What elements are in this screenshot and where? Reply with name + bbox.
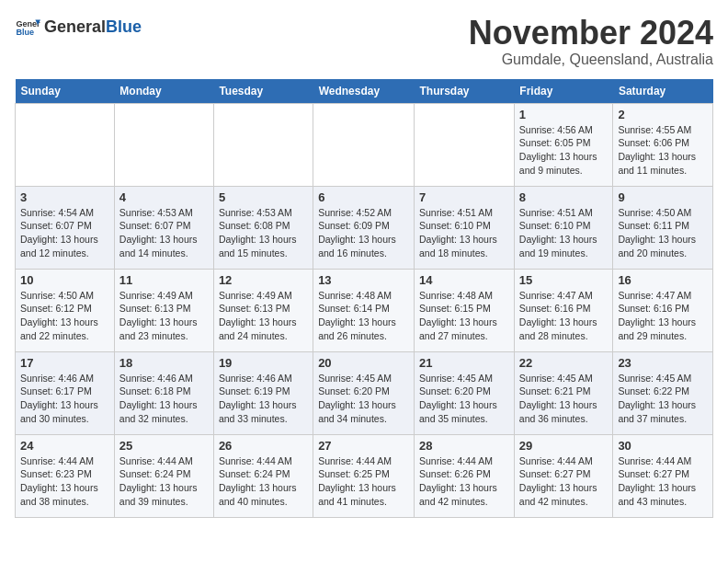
week-row-2: 3Sunrise: 4:54 AM Sunset: 6:07 PM Daylig… [16,186,713,269]
day-cell: 8Sunrise: 4:51 AM Sunset: 6:10 PM Daylig… [514,186,613,269]
day-cell: 24Sunrise: 4:44 AM Sunset: 6:23 PM Dayli… [16,434,115,517]
day-info: Sunrise: 4:49 AM Sunset: 6:13 PM Dayligh… [219,289,308,343]
day-number: 14 [419,273,509,287]
day-info: Sunrise: 4:52 AM Sunset: 6:09 PM Dayligh… [318,206,409,260]
day-info: Sunrise: 4:46 AM Sunset: 6:17 PM Dayligh… [20,372,109,426]
day-number: 17 [20,356,109,370]
day-info: Sunrise: 4:50 AM Sunset: 6:12 PM Dayligh… [20,289,109,343]
logo-blue-text: Blue [106,17,142,36]
day-info: Sunrise: 4:51 AM Sunset: 6:10 PM Dayligh… [419,206,509,260]
day-info: Sunrise: 4:44 AM Sunset: 6:25 PM Dayligh… [318,454,409,509]
day-number: 27 [318,439,409,453]
day-number: 26 [219,439,308,453]
day-number: 3 [20,190,109,204]
day-cell [114,103,213,186]
day-cell: 20Sunrise: 4:45 AM Sunset: 6:20 PM Dayli… [313,351,415,434]
day-info: Sunrise: 4:50 AM Sunset: 6:11 PM Dayligh… [618,206,708,260]
day-info: Sunrise: 4:45 AM Sunset: 6:20 PM Dayligh… [419,372,509,426]
day-cell: 26Sunrise: 4:44 AM Sunset: 6:24 PM Dayli… [213,434,313,517]
day-number: 7 [419,190,509,204]
weekday-header-tuesday: Tuesday [213,79,313,104]
day-number: 1 [519,108,609,121]
day-cell: 27Sunrise: 4:44 AM Sunset: 6:25 PM Dayli… [313,434,415,517]
day-number: 25 [119,439,209,453]
day-number: 19 [219,356,308,370]
weekday-header-sunday: Sunday [16,79,115,104]
weekday-header-saturday: Saturday [613,79,713,104]
day-number: 18 [119,356,209,370]
weekday-header-row: SundayMondayTuesdayWednesdayThursdayFrid… [16,79,713,104]
logo-icon: General Blue [15,15,40,40]
day-number: 13 [318,273,409,287]
day-info: Sunrise: 4:53 AM Sunset: 6:07 PM Dayligh… [119,206,209,260]
day-cell: 11Sunrise: 4:49 AM Sunset: 6:13 PM Dayli… [114,269,213,351]
day-cell: 5Sunrise: 4:53 AM Sunset: 6:08 PM Daylig… [213,186,313,269]
day-cell: 4Sunrise: 4:53 AM Sunset: 6:07 PM Daylig… [114,186,213,269]
month-title: November 2024 [469,15,713,52]
day-cell: 10Sunrise: 4:50 AM Sunset: 6:12 PM Dayli… [16,269,115,351]
day-cell [213,103,313,186]
day-info: Sunrise: 4:44 AM Sunset: 6:23 PM Dayligh… [20,454,109,509]
day-cell: 25Sunrise: 4:44 AM Sunset: 6:24 PM Dayli… [114,434,213,517]
day-cell: 6Sunrise: 4:52 AM Sunset: 6:09 PM Daylig… [313,186,415,269]
day-cell: 30Sunrise: 4:44 AM Sunset: 6:27 PM Dayli… [613,434,713,517]
day-cell: 21Sunrise: 4:45 AM Sunset: 6:20 PM Dayli… [415,351,515,434]
day-cell: 7Sunrise: 4:51 AM Sunset: 6:10 PM Daylig… [415,186,515,269]
day-number: 6 [318,190,409,204]
day-number: 15 [519,273,609,287]
day-info: Sunrise: 4:45 AM Sunset: 6:22 PM Dayligh… [618,372,708,426]
day-info: Sunrise: 4:44 AM Sunset: 6:24 PM Dayligh… [219,454,308,509]
day-number: 30 [618,439,708,453]
day-cell: 2Sunrise: 4:55 AM Sunset: 6:06 PM Daylig… [613,103,713,186]
calendar-table: SundayMondayTuesdayWednesdayThursdayFrid… [15,79,713,518]
day-cell: 19Sunrise: 4:46 AM Sunset: 6:19 PM Dayli… [213,351,313,434]
day-info: Sunrise: 4:45 AM Sunset: 6:21 PM Dayligh… [519,372,609,426]
day-info: Sunrise: 4:51 AM Sunset: 6:10 PM Dayligh… [519,206,609,260]
weekday-header-thursday: Thursday [415,79,515,104]
day-info: Sunrise: 4:46 AM Sunset: 6:19 PM Dayligh… [219,372,308,426]
day-number: 2 [618,108,708,121]
day-info: Sunrise: 4:47 AM Sunset: 6:16 PM Dayligh… [618,289,708,343]
header: General Blue GeneralBlue November 2024 G… [15,15,713,68]
day-cell [313,103,415,186]
logo-general-text: General [44,17,106,36]
day-cell: 13Sunrise: 4:48 AM Sunset: 6:14 PM Dayli… [313,269,415,351]
day-number: 5 [219,190,308,204]
day-cell: 16Sunrise: 4:47 AM Sunset: 6:16 PM Dayli… [613,269,713,351]
day-number: 12 [219,273,308,287]
day-cell [16,103,115,186]
week-row-1: 1Sunrise: 4:56 AM Sunset: 6:05 PM Daylig… [16,103,713,186]
day-info: Sunrise: 4:49 AM Sunset: 6:13 PM Dayligh… [119,289,209,343]
day-number: 16 [618,273,708,287]
day-info: Sunrise: 4:54 AM Sunset: 6:07 PM Dayligh… [20,206,109,260]
day-cell: 22Sunrise: 4:45 AM Sunset: 6:21 PM Dayli… [514,351,613,434]
day-number: 10 [20,273,109,287]
day-cell: 9Sunrise: 4:50 AM Sunset: 6:11 PM Daylig… [613,186,713,269]
day-number: 21 [419,356,509,370]
title-area: November 2024 Gumdale, Queensland, Austr… [469,15,713,68]
day-cell: 1Sunrise: 4:56 AM Sunset: 6:05 PM Daylig… [514,103,613,186]
day-number: 8 [519,190,609,204]
day-info: Sunrise: 4:53 AM Sunset: 6:08 PM Dayligh… [219,206,308,260]
day-cell [415,103,515,186]
day-number: 20 [318,356,409,370]
logo: General Blue GeneralBlue [15,15,142,40]
day-info: Sunrise: 4:56 AM Sunset: 6:05 PM Dayligh… [519,123,609,178]
week-row-5: 24Sunrise: 4:44 AM Sunset: 6:23 PM Dayli… [16,434,713,517]
day-info: Sunrise: 4:44 AM Sunset: 6:27 PM Dayligh… [519,454,609,509]
weekday-header-monday: Monday [114,79,213,104]
svg-text:Blue: Blue [16,28,34,37]
day-cell: 12Sunrise: 4:49 AM Sunset: 6:13 PM Dayli… [213,269,313,351]
day-cell: 23Sunrise: 4:45 AM Sunset: 6:22 PM Dayli… [613,351,713,434]
day-number: 24 [20,439,109,453]
day-info: Sunrise: 4:44 AM Sunset: 6:26 PM Dayligh… [419,454,509,509]
day-number: 23 [618,356,708,370]
weekday-header-friday: Friday [514,79,613,104]
day-info: Sunrise: 4:46 AM Sunset: 6:18 PM Dayligh… [119,372,209,426]
day-info: Sunrise: 4:47 AM Sunset: 6:16 PM Dayligh… [519,289,609,343]
day-cell: 15Sunrise: 4:47 AM Sunset: 6:16 PM Dayli… [514,269,613,351]
day-cell: 14Sunrise: 4:48 AM Sunset: 6:15 PM Dayli… [415,269,515,351]
day-cell: 28Sunrise: 4:44 AM Sunset: 6:26 PM Dayli… [415,434,515,517]
day-cell: 18Sunrise: 4:46 AM Sunset: 6:18 PM Dayli… [114,351,213,434]
day-number: 22 [519,356,609,370]
